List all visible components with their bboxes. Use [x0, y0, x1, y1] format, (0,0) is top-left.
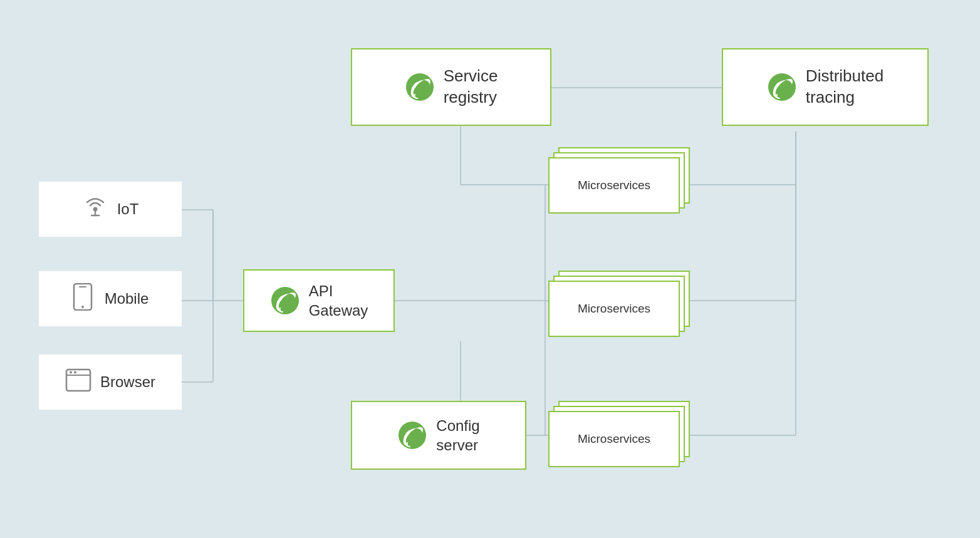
svg-point-32	[406, 73, 434, 101]
svg-point-34	[399, 422, 426, 449]
spring-icon-registry	[405, 72, 435, 102]
spring-icon-api	[270, 286, 300, 316]
config-server-box: Config server	[351, 401, 526, 470]
svg-point-30	[74, 371, 76, 374]
service-registry-box: Service registry	[351, 48, 551, 126]
config-server-label: Config server	[436, 416, 479, 455]
microservices-stack-1: Microservices	[548, 147, 692, 222]
svg-point-29	[70, 371, 72, 374]
svg-point-25	[81, 306, 84, 308]
svg-point-31	[271, 287, 299, 314]
microservices-1-label: Microservices	[578, 178, 650, 192]
microservices-2-label: Microservices	[578, 302, 650, 316]
iot-label: IoT	[117, 200, 139, 218]
microservices-stack-3: Microservices	[548, 401, 692, 476]
service-registry-label: Service registry	[444, 66, 498, 108]
browser-label: Browser	[100, 373, 155, 391]
api-gateway-label: API Gateway	[309, 281, 368, 320]
browser-box: Browser	[39, 354, 182, 410]
iot-box: IoT	[39, 182, 182, 237]
svg-point-33	[768, 73, 796, 101]
mobile-icon	[72, 283, 105, 314]
microservices-3-label: Microservices	[578, 432, 650, 446]
distributed-tracing-label: Distributed tracing	[806, 66, 884, 108]
mobile-label: Mobile	[105, 290, 149, 308]
iot-icon	[82, 194, 117, 224]
distributed-tracing-box: Distributed tracing	[722, 48, 929, 126]
mobile-box: Mobile	[39, 271, 182, 326]
spring-icon-config	[397, 420, 427, 450]
api-gateway-box: API Gateway	[243, 269, 395, 332]
diagram: IoT Mobile Browser	[0, 0, 980, 538]
spring-icon-tracing	[767, 72, 797, 102]
browser-icon	[65, 368, 100, 396]
microservices-stack-2: Microservices	[548, 271, 692, 346]
